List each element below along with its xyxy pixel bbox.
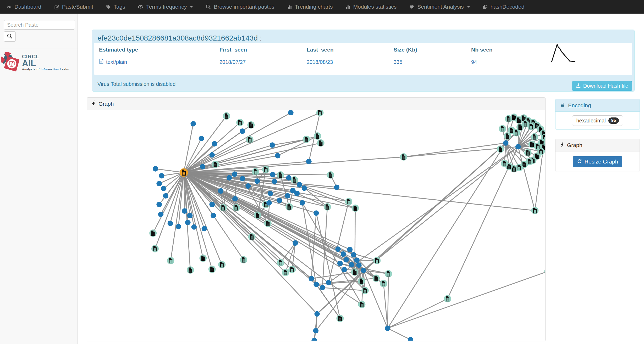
hash-file-node[interactable] xyxy=(187,266,194,274)
nav-item-hashdecoded[interactable]: hashDecoded xyxy=(476,0,531,14)
paste-node[interactable] xyxy=(347,247,353,252)
paste-node[interactable] xyxy=(270,172,276,177)
hash-file-node[interactable] xyxy=(372,275,380,282)
hash-file-node[interactable] xyxy=(361,287,369,294)
paste-node[interactable] xyxy=(153,166,158,172)
nav-item-sentiment-analysis[interactable]: Sentiment Analysis xyxy=(403,0,476,14)
paste-node[interactable] xyxy=(232,196,238,201)
nav-item-modules-statistics[interactable]: Modules statistics xyxy=(339,0,403,14)
hash-file-node[interactable] xyxy=(246,136,254,143)
paste-node[interactable] xyxy=(161,186,167,191)
hash-file-node[interactable] xyxy=(208,266,216,273)
nav-item-dashboard[interactable]: Dashboard xyxy=(0,0,48,14)
paste-node[interactable] xyxy=(408,337,413,341)
hash-file-node[interactable] xyxy=(499,125,506,132)
paste-node[interactable] xyxy=(218,188,223,194)
hash-file-node[interactable] xyxy=(252,168,259,175)
search-paste-input[interactable] xyxy=(4,20,75,30)
hash-file-node[interactable] xyxy=(351,268,359,276)
paste-node[interactable] xyxy=(326,280,331,285)
paste-node[interactable] xyxy=(385,325,390,331)
hash-file-node[interactable] xyxy=(277,171,284,179)
hash-file-node[interactable] xyxy=(285,203,293,211)
paste-node[interactable] xyxy=(311,338,317,341)
hash-file-node[interactable] xyxy=(149,229,157,237)
hash-file-node[interactable] xyxy=(358,301,365,308)
nav-item-browse-important-pastes[interactable]: Browse important pastes xyxy=(199,0,280,14)
hash-file-node[interactable] xyxy=(324,203,331,211)
hash-file-node[interactable] xyxy=(240,256,247,263)
hash-file-node[interactable] xyxy=(373,257,381,264)
paste-node[interactable] xyxy=(232,171,238,177)
paste-node[interactable] xyxy=(313,328,319,334)
download-hash-file-button[interactable]: Download Hash file xyxy=(572,81,632,91)
paste-node[interactable] xyxy=(211,213,216,218)
hash-file-node[interactable] xyxy=(291,176,298,184)
search-button[interactable] xyxy=(4,31,16,42)
resize-graph-button[interactable]: Resize Graph xyxy=(573,156,622,167)
paste-node[interactable] xyxy=(202,226,207,232)
hash-file-node[interactable] xyxy=(534,143,541,150)
hash-file-node[interactable] xyxy=(212,161,219,168)
hash-file-node[interactable] xyxy=(303,136,310,143)
paste-node[interactable] xyxy=(313,210,319,216)
hash-file-node[interactable] xyxy=(316,110,324,116)
hash-file-node[interactable] xyxy=(351,205,359,212)
paste-node[interactable] xyxy=(159,173,164,179)
nav-item-tags[interactable]: Tags xyxy=(100,0,131,14)
paste-node[interactable] xyxy=(277,198,282,203)
paste-node[interactable] xyxy=(306,159,312,164)
hash-file-node[interactable] xyxy=(524,149,532,156)
paste-node[interactable] xyxy=(300,200,305,206)
hash-file-node[interactable] xyxy=(444,295,451,302)
graph-canvas[interactable] xyxy=(87,110,545,341)
paste-node[interactable] xyxy=(349,262,354,268)
paste-node[interactable] xyxy=(294,191,300,196)
hash-file-node[interactable] xyxy=(264,220,272,227)
paste-node[interactable] xyxy=(212,141,217,146)
paste-node[interactable] xyxy=(342,267,347,272)
paste-node[interactable] xyxy=(156,181,162,186)
hash-file-node[interactable] xyxy=(219,204,227,211)
paste-node[interactable] xyxy=(320,285,325,290)
hash-file-node[interactable] xyxy=(327,171,334,179)
hash-file-node[interactable] xyxy=(317,139,324,147)
nav-item-terms-frequency[interactable]: Terms frequency xyxy=(131,0,199,14)
paste-node[interactable] xyxy=(341,251,346,257)
paste-node[interactable] xyxy=(199,136,204,141)
hash-file-node[interactable] xyxy=(218,261,225,268)
hash-file-node[interactable] xyxy=(336,315,344,322)
hash-file-node[interactable] xyxy=(262,166,269,173)
paste-node[interactable] xyxy=(255,178,260,184)
paste-node[interactable] xyxy=(344,257,349,263)
nav-item-trending-charts[interactable]: Trending charts xyxy=(281,0,339,14)
hash-file-node[interactable] xyxy=(199,255,207,262)
hash-file-node[interactable] xyxy=(248,233,256,240)
paste-node[interactable] xyxy=(302,185,307,191)
paste-node[interactable] xyxy=(163,193,168,199)
paste-node[interactable] xyxy=(288,110,294,115)
paste-node[interactable] xyxy=(190,121,196,127)
paste-node[interactable] xyxy=(361,268,366,273)
paste-node[interactable] xyxy=(209,202,215,207)
hash-file-node[interactable] xyxy=(167,257,174,264)
hash-file-node[interactable] xyxy=(233,204,240,211)
hash-file-node[interactable] xyxy=(358,278,365,285)
nav-item-pastesubmit[interactable]: PasteSubmit xyxy=(48,0,100,14)
hash-file-node[interactable] xyxy=(531,133,538,140)
paste-node[interactable] xyxy=(270,142,275,148)
hash-file-node[interactable] xyxy=(277,259,284,266)
hash-file-node[interactable] xyxy=(501,160,508,167)
hash-file-node[interactable] xyxy=(282,269,289,276)
hash-file-node[interactable] xyxy=(497,145,504,153)
paste-node[interactable] xyxy=(240,176,245,182)
paste-node[interactable] xyxy=(156,202,162,207)
hash-file-node[interactable] xyxy=(385,270,392,277)
paste-node[interactable] xyxy=(158,212,164,217)
paste-node[interactable] xyxy=(351,252,356,258)
paste-node[interactable] xyxy=(335,246,341,252)
paste-node[interactable] xyxy=(182,208,187,214)
hash-file-node[interactable] xyxy=(236,119,244,126)
hash-file-node[interactable] xyxy=(247,121,255,129)
paste-node[interactable] xyxy=(245,183,251,189)
